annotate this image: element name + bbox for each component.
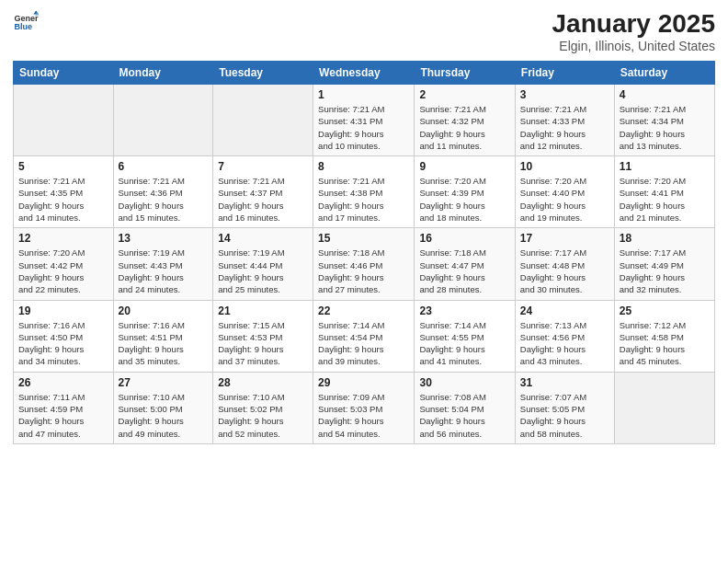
title-block: January 2025 Elgin, Illinois, United Sta… xyxy=(552,9,715,53)
day-number: 11 xyxy=(620,160,710,173)
table-row: 31Sunrise: 7:07 AM Sunset: 5:05 PM Dayli… xyxy=(515,372,614,443)
day-info: Sunrise: 7:18 AM Sunset: 4:46 PM Dayligh… xyxy=(318,247,409,295)
table-row: 14Sunrise: 7:19 AM Sunset: 4:44 PM Dayli… xyxy=(213,228,313,300)
day-number: 28 xyxy=(218,376,308,389)
table-row: 18Sunrise: 7:17 AM Sunset: 4:49 PM Dayli… xyxy=(614,228,714,300)
table-row: 29Sunrise: 7:09 AM Sunset: 5:03 PM Dayli… xyxy=(313,372,415,443)
day-number: 19 xyxy=(18,304,108,317)
day-number: 26 xyxy=(18,376,108,389)
table-row: 20Sunrise: 7:16 AM Sunset: 4:51 PM Dayli… xyxy=(113,300,213,372)
calendar-week-row: 1Sunrise: 7:21 AM Sunset: 4:31 PM Daylig… xyxy=(14,85,715,156)
day-info: Sunrise: 7:15 AM Sunset: 4:53 PM Dayligh… xyxy=(218,319,308,368)
svg-text:General: General xyxy=(14,14,39,23)
logo-icon: General Blue xyxy=(13,9,39,35)
day-info: Sunrise: 7:21 AM Sunset: 4:31 PM Dayligh… xyxy=(318,103,409,152)
svg-text:Blue: Blue xyxy=(14,22,32,31)
day-number: 9 xyxy=(419,160,509,173)
day-info: Sunrise: 7:08 AM Sunset: 5:04 PM Dayligh… xyxy=(419,391,509,440)
table-row: 27Sunrise: 7:10 AM Sunset: 5:00 PM Dayli… xyxy=(113,372,213,443)
day-info: Sunrise: 7:21 AM Sunset: 4:32 PM Dayligh… xyxy=(419,103,509,152)
day-info: Sunrise: 7:21 AM Sunset: 4:37 PM Dayligh… xyxy=(218,175,308,224)
day-info: Sunrise: 7:20 AM Sunset: 4:42 PM Dayligh… xyxy=(18,247,108,295)
table-row xyxy=(14,85,114,156)
day-info: Sunrise: 7:19 AM Sunset: 4:44 PM Dayligh… xyxy=(218,247,308,295)
table-row: 6Sunrise: 7:21 AM Sunset: 4:36 PM Daylig… xyxy=(113,156,213,228)
calendar-week-row: 5Sunrise: 7:21 AM Sunset: 4:35 PM Daylig… xyxy=(14,156,715,228)
day-number: 12 xyxy=(18,232,108,245)
table-row: 4Sunrise: 7:21 AM Sunset: 4:34 PM Daylig… xyxy=(614,85,714,156)
logo: General Blue xyxy=(13,9,40,35)
day-number: 7 xyxy=(218,160,308,173)
day-info: Sunrise: 7:07 AM Sunset: 5:05 PM Dayligh… xyxy=(520,391,609,440)
day-number: 5 xyxy=(18,160,108,173)
col-wednesday: Wednesday xyxy=(313,62,415,85)
col-saturday: Saturday xyxy=(614,62,714,85)
day-info: Sunrise: 7:17 AM Sunset: 4:49 PM Dayligh… xyxy=(620,247,710,295)
day-info: Sunrise: 7:18 AM Sunset: 4:47 PM Dayligh… xyxy=(419,247,509,295)
day-number: 25 xyxy=(620,304,710,317)
table-row: 12Sunrise: 7:20 AM Sunset: 4:42 PM Dayli… xyxy=(14,228,114,300)
calendar-week-row: 19Sunrise: 7:16 AM Sunset: 4:50 PM Dayli… xyxy=(14,300,715,372)
table-row: 5Sunrise: 7:21 AM Sunset: 4:35 PM Daylig… xyxy=(14,156,114,228)
day-number: 22 xyxy=(318,304,409,317)
day-number: 23 xyxy=(419,304,509,317)
table-row: 24Sunrise: 7:13 AM Sunset: 4:56 PM Dayli… xyxy=(515,300,614,372)
day-number: 4 xyxy=(620,88,710,101)
table-row: 11Sunrise: 7:20 AM Sunset: 4:41 PM Dayli… xyxy=(614,156,714,228)
day-number: 15 xyxy=(318,232,409,245)
day-info: Sunrise: 7:12 AM Sunset: 4:58 PM Dayligh… xyxy=(620,319,710,368)
day-info: Sunrise: 7:09 AM Sunset: 5:03 PM Dayligh… xyxy=(318,391,409,440)
table-row: 17Sunrise: 7:17 AM Sunset: 4:48 PM Dayli… xyxy=(515,228,614,300)
table-row: 7Sunrise: 7:21 AM Sunset: 4:37 PM Daylig… xyxy=(213,156,313,228)
day-info: Sunrise: 7:14 AM Sunset: 4:55 PM Dayligh… xyxy=(419,319,509,368)
col-sunday: Sunday xyxy=(14,62,114,85)
day-info: Sunrise: 7:14 AM Sunset: 4:54 PM Dayligh… xyxy=(318,319,409,368)
table-row xyxy=(213,85,313,156)
col-friday: Friday xyxy=(515,62,614,85)
day-number: 1 xyxy=(318,88,409,101)
day-number: 31 xyxy=(520,376,609,389)
day-info: Sunrise: 7:21 AM Sunset: 4:34 PM Dayligh… xyxy=(620,103,710,152)
day-number: 8 xyxy=(318,160,409,173)
day-number: 2 xyxy=(419,88,509,101)
day-info: Sunrise: 7:13 AM Sunset: 4:56 PM Dayligh… xyxy=(520,319,609,368)
day-info: Sunrise: 7:21 AM Sunset: 4:36 PM Dayligh… xyxy=(119,175,209,224)
day-number: 10 xyxy=(520,160,609,173)
day-number: 30 xyxy=(419,376,509,389)
table-row: 1Sunrise: 7:21 AM Sunset: 4:31 PM Daylig… xyxy=(313,85,415,156)
day-info: Sunrise: 7:17 AM Sunset: 4:48 PM Dayligh… xyxy=(520,247,609,295)
day-number: 17 xyxy=(520,232,609,245)
calendar: Sunday Monday Tuesday Wednesday Thursday… xyxy=(13,61,715,444)
day-info: Sunrise: 7:10 AM Sunset: 5:00 PM Dayligh… xyxy=(119,391,209,440)
table-row: 15Sunrise: 7:18 AM Sunset: 4:46 PM Dayli… xyxy=(313,228,415,300)
day-number: 18 xyxy=(620,232,710,245)
day-info: Sunrise: 7:21 AM Sunset: 4:35 PM Dayligh… xyxy=(18,175,108,224)
calendar-week-row: 12Sunrise: 7:20 AM Sunset: 4:42 PM Dayli… xyxy=(14,228,715,300)
day-number: 20 xyxy=(119,304,209,317)
day-info: Sunrise: 7:16 AM Sunset: 4:50 PM Dayligh… xyxy=(18,319,108,368)
page: General Blue January 2025 Elgin, Illinoi… xyxy=(0,0,728,563)
col-tuesday: Tuesday xyxy=(213,62,313,85)
table-row: 2Sunrise: 7:21 AM Sunset: 4:32 PM Daylig… xyxy=(415,85,515,156)
day-info: Sunrise: 7:21 AM Sunset: 4:33 PM Dayligh… xyxy=(520,103,609,152)
day-number: 6 xyxy=(119,160,209,173)
table-row: 13Sunrise: 7:19 AM Sunset: 4:43 PM Dayli… xyxy=(113,228,213,300)
day-number: 29 xyxy=(318,376,409,389)
col-thursday: Thursday xyxy=(415,62,515,85)
table-row: 21Sunrise: 7:15 AM Sunset: 4:53 PM Dayli… xyxy=(213,300,313,372)
table-row: 19Sunrise: 7:16 AM Sunset: 4:50 PM Dayli… xyxy=(14,300,114,372)
header: General Blue January 2025 Elgin, Illinoi… xyxy=(13,9,715,53)
table-row: 9Sunrise: 7:20 AM Sunset: 4:39 PM Daylig… xyxy=(415,156,515,228)
day-info: Sunrise: 7:19 AM Sunset: 4:43 PM Dayligh… xyxy=(119,247,209,295)
page-title: January 2025 xyxy=(552,9,715,39)
day-number: 21 xyxy=(218,304,308,317)
day-number: 16 xyxy=(419,232,509,245)
col-monday: Monday xyxy=(113,62,213,85)
table-row: 8Sunrise: 7:21 AM Sunset: 4:38 PM Daylig… xyxy=(313,156,415,228)
table-row: 16Sunrise: 7:18 AM Sunset: 4:47 PM Dayli… xyxy=(415,228,515,300)
day-number: 24 xyxy=(520,304,609,317)
calendar-week-row: 26Sunrise: 7:11 AM Sunset: 4:59 PM Dayli… xyxy=(14,372,715,443)
table-row: 22Sunrise: 7:14 AM Sunset: 4:54 PM Dayli… xyxy=(313,300,415,372)
day-info: Sunrise: 7:10 AM Sunset: 5:02 PM Dayligh… xyxy=(218,391,308,440)
table-row: 28Sunrise: 7:10 AM Sunset: 5:02 PM Dayli… xyxy=(213,372,313,443)
